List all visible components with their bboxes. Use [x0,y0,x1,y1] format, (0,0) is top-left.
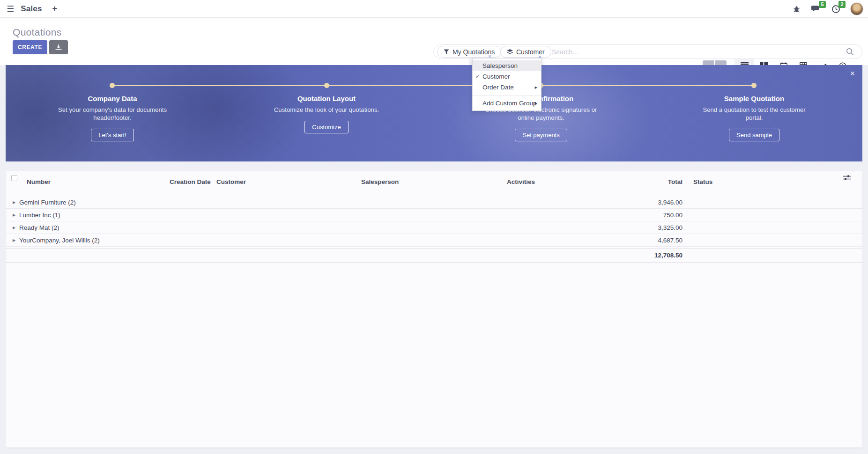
optional-columns-icon[interactable] [843,175,851,181]
menu-item-label: Order Date [482,84,514,91]
group-row-gemini-furniture[interactable]: ▶ Gemini Furniture (2) 3,946.00 [6,196,862,209]
onboarding-banner: × Company Data Set your company's data f… [6,65,862,161]
activities-clock-icon[interactable]: 2 [831,4,841,14]
user-avatar[interactable] [850,2,863,15]
submenu-caret-icon: ▸ [534,82,537,93]
caret-right-icon: ▶ [13,221,15,234]
onboarding-step-company-data: Company Data Set your company's data for… [42,95,183,141]
export-button[interactable] [49,40,68,54]
menu-item-label: Customer [482,73,510,80]
check-icon: ✓ [475,71,480,82]
menu-item-order-date[interactable]: Order Date ▸ [473,82,541,93]
onboarding-step-quotation-layout: Quotation Layout Customize the look of y… [256,95,397,133]
set-payments-button[interactable]: Set payments [515,129,567,141]
layers-icon [507,49,513,55]
search-facet-customer[interactable]: Customer [500,46,551,58]
step-title: Sample Quotation [684,95,824,103]
quotations-list-view: Number Creation Date Customer Salesperso… [6,171,862,447]
timeline-dot [751,83,757,88]
group-by-dropdown-menu: Salesperson ✓ Customer Order Date ▸ Add … [472,58,542,111]
debug-bug-icon[interactable] [791,4,801,14]
caret-right-icon: ▶ [13,196,15,209]
onboarding-step-sample-quotation: Sample Quotation Send a quotation to tes… [684,95,824,141]
send-sample-button[interactable]: Send sample [729,129,779,141]
lets-start-button[interactable]: Let's start! [91,129,134,141]
menu-item-label: Add Custom Group [482,100,537,107]
filter-funnel-icon [444,49,449,55]
menu-separator [473,95,541,95]
caret-right-icon: ▶ [13,234,15,247]
column-header-salesperson[interactable]: Salesperson [361,175,399,189]
group-name: YourCompany, Joel Willis (2) [19,234,100,247]
grand-total: 12,708.50 [589,249,683,263]
customize-button[interactable]: Customize [304,121,348,133]
group-name: Ready Mat (2) [19,221,59,234]
messages-icon[interactable]: 5 [811,4,821,14]
menu-item-label: Salesperson [482,62,518,69]
messages-count-badge: 5 [819,1,826,8]
activities-count-badge: 2 [838,1,846,8]
create-button[interactable]: CREATE [13,40,47,54]
group-total: 3,325.00 [589,221,683,234]
timeline-dot [324,83,329,88]
step-title: Company Data [42,95,183,103]
column-header-creation-date[interactable]: Creation Date [170,175,211,189]
search-magnifier-icon[interactable] [846,48,854,56]
group-total: 3,946.00 [589,196,683,209]
table-header-row: Number Creation Date Customer Salesperso… [6,175,862,189]
column-header-activities[interactable]: Activities [507,175,535,189]
menu-item-add-custom-group[interactable]: Add Custom Group ▸ [473,98,541,109]
search-input[interactable] [552,47,814,57]
group-name: Gemini Furniture (2) [19,196,76,209]
group-row-yourcompany-joel-willis[interactable]: ▶ YourCompany, Joel Willis (2) 4,687.50 [6,234,862,247]
search-facet-my-quotations[interactable]: My Quotations [437,46,501,58]
new-tab-plus-icon[interactable]: + [52,4,58,14]
step-description: Set your company's data for documents he… [54,106,171,122]
group-total: 750.00 [589,209,683,221]
column-header-status[interactable]: Status [693,175,712,189]
timeline-dot [110,83,115,88]
group-row-lumber-inc[interactable]: ▶ Lumber Inc (1) 750.00 [6,209,862,221]
banner-close-icon[interactable]: × [850,69,855,79]
group-row-ready-mat[interactable]: ▶ Ready Mat (2) 3,325.00 [6,221,862,234]
control-panel: Quotations CREATE My Quotations Customer… [0,18,868,65]
group-total: 4,687.50 [589,234,683,247]
caret-right-icon: ▶ [13,209,15,221]
step-description: Send a quotation to test the customer po… [696,106,813,122]
onboarding-timeline [112,85,754,86]
table-footer-row: 12,708.50 [6,248,862,263]
menu-item-customer[interactable]: ✓ Customer [473,71,541,82]
submenu-caret-icon: ▸ [534,98,537,109]
step-title: Quotation Layout [256,95,397,103]
app-name-sales[interactable]: Sales [21,4,42,14]
download-icon [55,44,62,51]
column-header-total[interactable]: Total [589,175,683,189]
column-header-number[interactable]: Number [27,175,51,189]
page-title: Quotations [13,27,62,38]
menu-item-salesperson[interactable]: Salesperson [473,60,541,71]
apps-menu-icon[interactable]: ☰ [7,4,14,14]
step-description: Customize the look of your quotations. [268,106,385,114]
top-navbar: ☰ Sales + 5 2 [0,0,868,18]
group-name: Lumber Inc (1) [19,209,60,221]
column-header-customer[interactable]: Customer [216,175,246,189]
